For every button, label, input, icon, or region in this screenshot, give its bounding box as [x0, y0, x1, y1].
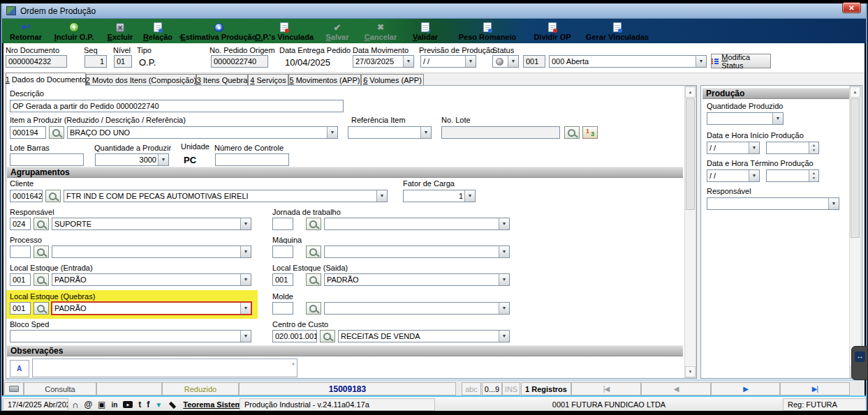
app-window: Ordem de Produção Retornar Incluir O.P. …: [0, 0, 868, 415]
company-cell: 0001 FUTURA FUNDICAO LTDA: [436, 398, 781, 411]
spinner-arrows-icon[interactable]: [809, 142, 818, 153]
inicio-data-combo[interactable]: / /: [707, 142, 760, 154]
record-navigator: Consulta Reduzido 15009183 abc 0...9 INS…: [3, 379, 865, 395]
headset-icon[interactable]: [72, 400, 78, 410]
reg-cell: Reg: FUTURA: [783, 398, 866, 411]
graduation-cap-icon[interactable]: [168, 401, 177, 408]
teamviewer-icon: [855, 352, 865, 362]
navigator-tool-button[interactable]: [4, 382, 24, 395]
dropdown-arrow-icon[interactable]: [828, 198, 839, 209]
empty-cell: [96, 382, 162, 395]
previous-record-button[interactable]: [641, 382, 711, 395]
producao-form: Produção Quantidade Produzido Data e Hor…: [0, 0, 868, 415]
abc-cell: abc: [462, 382, 481, 395]
inicio-producao-label: Data e Hora Início Produção: [707, 131, 804, 140]
dropdown-arrow-icon[interactable]: [749, 142, 759, 153]
teorema-triangle-icon[interactable]: [155, 401, 162, 409]
producao-responsavel-combo[interactable]: [707, 197, 839, 210]
ins-cell: INS: [502, 382, 520, 395]
linkedin-icon[interactable]: [111, 401, 117, 409]
spinner-arrows-icon[interactable]: [809, 170, 818, 181]
previous-record-icon: [674, 385, 679, 393]
reduzido-cell[interactable]: Reduzido: [162, 382, 239, 395]
last-record-button[interactable]: [780, 382, 850, 395]
facebook-icon[interactable]: [147, 400, 149, 409]
dropdown-arrow-icon[interactable]: [749, 170, 759, 181]
combo-value: / /: [709, 172, 747, 181]
termino-producao-label: Data e Hora Término Produção: [707, 159, 814, 168]
next-record-button[interactable]: [711, 382, 780, 395]
teamviewer-edge-tab[interactable]: [851, 346, 868, 380]
next-record-icon: [743, 385, 748, 393]
tab-number: 1: [6, 75, 10, 84]
producao-scrollbar[interactable]: [849, 86, 861, 378]
inicio-hora-spinner[interactable]: [766, 142, 819, 154]
social-icons: Teorema Sistemas: [72, 398, 251, 411]
dropdown-arrow-icon[interactable]: [772, 113, 783, 124]
termino-hora-spinner[interactable]: [766, 169, 819, 182]
scrollbar-thumb[interactable]: [851, 98, 860, 238]
last-record-icon: [812, 385, 818, 393]
tab-label: Dados do Documento: [12, 75, 86, 84]
scroll-up-icon[interactable]: [850, 86, 860, 98]
termino-data-combo[interactable]: / /: [707, 169, 760, 182]
version-cell: Produção Industrial - v.24.11a04.17a: [240, 398, 435, 411]
quantidade-produzido-combo[interactable]: [707, 112, 784, 125]
twitter-icon[interactable]: [138, 400, 141, 409]
consulta-mode-cell[interactable]: Consulta: [24, 382, 96, 395]
digits-cell: 0...9: [482, 382, 502, 395]
producao-title: Produção: [703, 88, 849, 99]
record-number-cell: 15009183: [239, 382, 456, 395]
form-icon: [9, 386, 19, 392]
combo-value: / /: [709, 144, 747, 153]
email-icon[interactable]: [84, 400, 92, 409]
quantidade-produzido-label: Quantidade Produzido: [707, 102, 783, 111]
producao-responsavel-label: Responsável: [707, 187, 751, 196]
bottom-border: [0, 411, 868, 415]
tab-dados-do-documento[interactable]: 1 Dados do Documento: [6, 73, 86, 86]
first-record-icon: [603, 385, 609, 393]
instagram-icon[interactable]: [98, 400, 105, 409]
date-cell: 17/4/2025 Abr/2025: [3, 398, 68, 411]
first-record-button[interactable]: [571, 382, 641, 395]
registros-cell: 1 Registros: [521, 382, 571, 395]
status-bar: 17/4/2025 Abr/2025 Teorema Sistemas Prod…: [2, 395, 866, 411]
youtube-icon[interactable]: [123, 401, 133, 408]
